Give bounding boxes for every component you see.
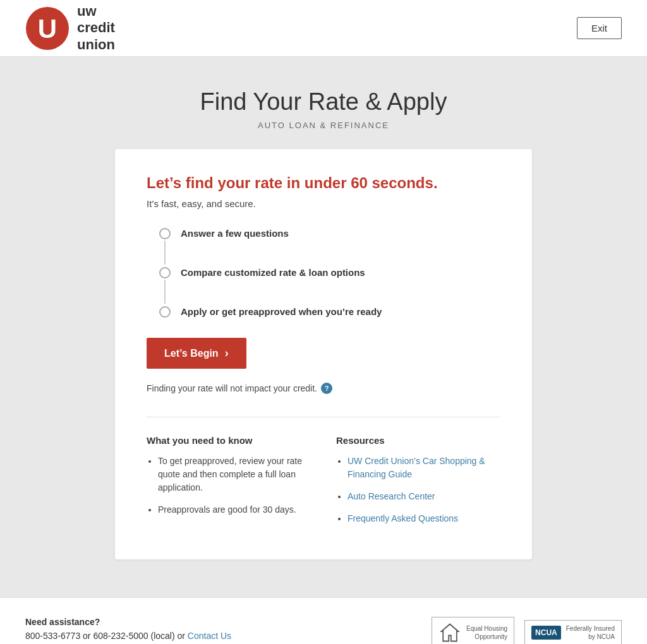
card-subheadline: It’s fast, easy, and secure.	[147, 198, 500, 209]
steps-list: Answer a few questions Compare customize…	[159, 227, 500, 318]
footer-badges: Equal Housing Opportunity NCUA Federally…	[432, 617, 622, 644]
begin-button[interactable]: Let’s Begin ›	[147, 338, 246, 369]
info-col-right-title: Resources	[336, 435, 500, 446]
card-headline: Let’s find your rate in under 60 seconds…	[147, 174, 500, 192]
step-3: Apply or get preapproved when you’re rea…	[159, 305, 500, 318]
info-col-left: What you need to know To get preapproved…	[147, 435, 311, 534]
resource-item-3: Frequently Asked Questions	[348, 512, 500, 525]
help-icon[interactable]: ?	[321, 383, 332, 394]
step-1-label: Answer a few questions	[181, 227, 289, 239]
info-col-left-list: To get preapproved, review your rate quo…	[147, 455, 311, 516]
step-3-label: Apply or get preapproved when you’re rea…	[181, 305, 382, 317]
exit-button[interactable]: Exit	[577, 17, 622, 39]
footer-left: Need assistance? 800-533-6773 or 608-232…	[25, 617, 231, 644]
step-1-line	[164, 241, 166, 265]
resource-link-3[interactable]: Frequently Asked Questions	[348, 513, 458, 523]
credit-note: Finding your rate will not impact your c…	[147, 383, 500, 394]
info-item-1: To get preapproved, review your rate quo…	[158, 455, 311, 494]
page-title: Find Your Rate & Apply	[13, 88, 634, 116]
footer-inner: Need assistance? 800-533-6773 or 608-232…	[25, 617, 622, 644]
phone-connector: or	[178, 631, 188, 641]
site-header: U uw credit union Exit	[0, 0, 647, 57]
resource-link-2[interactable]: Auto Research Center	[348, 491, 435, 501]
main-card: Let’s find your rate in under 60 seconds…	[115, 149, 532, 559]
page-subtitle: AUTO LOAN & REFINANCE	[13, 121, 634, 130]
info-columns: What you need to know To get preapproved…	[147, 435, 500, 534]
equal-housing-icon	[438, 621, 461, 644]
step-2-circle	[159, 267, 171, 278]
step-2: Compare customized rate & loan options	[159, 266, 500, 305]
ncua-text: Federally Insured by NCUA	[566, 624, 615, 641]
step-1: Answer a few questions	[159, 227, 500, 266]
resource-item-2: Auto Research Center	[348, 490, 500, 503]
step-1-circle	[159, 228, 171, 239]
logo: U uw credit union	[25, 3, 115, 53]
resources-list: UW Credit Union’s Car Shopping & Financi…	[336, 455, 500, 525]
main-content: Find Your Rate & Apply AUTO LOAN & REFIN…	[0, 57, 647, 597]
footer-right: Equal Housing Opportunity NCUA Federally…	[432, 617, 622, 644]
phone-local: 608-232-5000 (local)	[93, 631, 174, 641]
equal-housing-text: Equal Housing Opportunity	[466, 624, 507, 641]
phone-or-1: or	[83, 631, 93, 641]
assistance-contact: 800-533-6773 or 608-232-5000 (local) or …	[25, 631, 231, 641]
step-2-line	[164, 280, 166, 304]
info-col-right: Resources UW Credit Union’s Car Shopping…	[336, 435, 500, 534]
resource-item-1: UW Credit Union’s Car Shopping & Financi…	[348, 455, 500, 481]
logo-icon: U	[25, 6, 70, 51]
ncua-label: NCUA	[531, 626, 561, 640]
resource-link-1[interactable]: UW Credit Union’s Car Shopping & Financi…	[348, 456, 485, 479]
arrow-icon: ›	[225, 347, 229, 360]
step-2-label: Compare customized rate & loan options	[181, 266, 365, 278]
contact-us-link[interactable]: Contact Us	[188, 631, 231, 641]
ncua-badge: NCUA Federally Insured by NCUA	[524, 620, 622, 644]
info-col-left-title: What you need to know	[147, 435, 311, 446]
card-divider	[147, 417, 500, 417]
equal-housing-badge: Equal Housing Opportunity	[432, 617, 514, 644]
svg-marker-2	[442, 624, 459, 641]
step-3-circle	[159, 306, 171, 318]
svg-text:U: U	[38, 14, 57, 44]
info-item-2: Preapprovals are good for 30 days.	[158, 503, 311, 516]
assistance-title: Need assistance?	[25, 617, 231, 627]
logo-text: uw credit union	[77, 3, 115, 53]
site-footer: Need assistance? 800-533-6773 or 608-232…	[0, 597, 647, 644]
phone-primary: 800-533-6773	[25, 631, 80, 641]
